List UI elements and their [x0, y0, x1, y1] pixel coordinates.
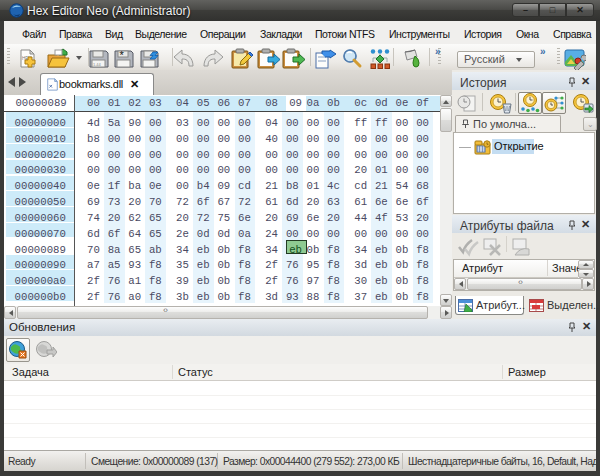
svg-text:1.44: 1.44	[93, 62, 102, 67]
svg-text:*: *	[120, 49, 125, 61]
